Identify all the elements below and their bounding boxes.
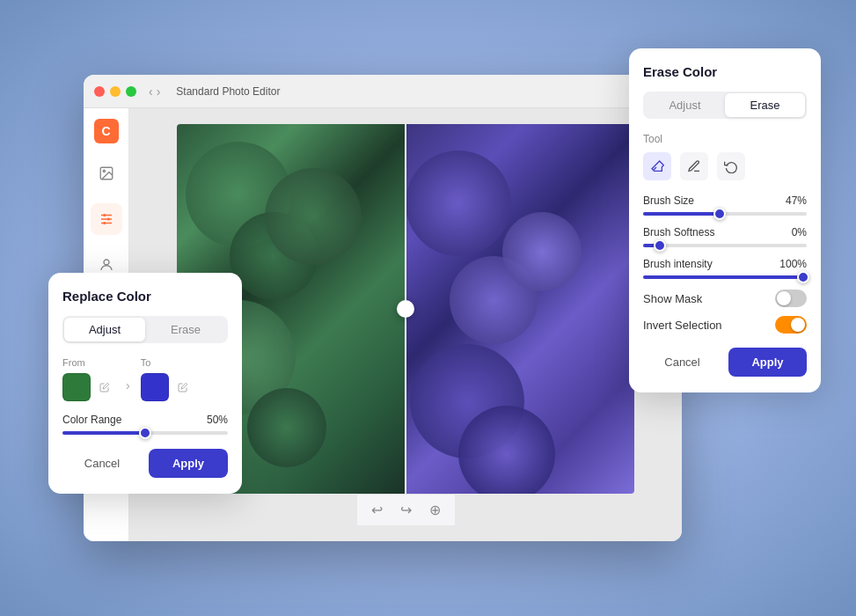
brush-intensity-value: 100% [779, 258, 807, 270]
close-button[interactable] [94, 86, 105, 97]
from-color-edit-icon[interactable] [94, 377, 115, 398]
replace-tab-erase[interactable]: Erase [145, 318, 226, 341]
sidebar-item-image[interactable] [91, 158, 122, 189]
to-label: To [141, 357, 194, 368]
tool-section-label: Tool [643, 133, 807, 145]
brush-size-track[interactable] [643, 212, 807, 216]
invert-selection-row: Invert Selection [643, 316, 807, 334]
arrow-right-icon: › [126, 378, 130, 392]
color-range-value: 50% [207, 414, 228, 426]
title-bar: ‹ › Standard Photo Editor [84, 75, 682, 108]
show-mask-row: Show Mask [643, 290, 807, 307]
reset-tool-icon[interactable] [717, 152, 745, 180]
from-color-group: From [62, 357, 115, 401]
color-range-track[interactable] [62, 431, 228, 435]
brush-softness-slider-row: Brush Softness 0% [643, 226, 807, 247]
brush-softness-thumb [654, 239, 666, 252]
layers-icon[interactable]: ⊕ [429, 502, 441, 518]
photo-canvas[interactable] [177, 124, 634, 494]
app-title: Standard Photo Editor [176, 85, 280, 98]
show-mask-label: Show Mask [643, 292, 702, 305]
brush-softness-track[interactable] [643, 244, 807, 247]
erase-cancel-button[interactable]: Cancel [643, 348, 721, 377]
brush-size-label: Brush Size [643, 194, 694, 207]
to-swatch-row [141, 373, 194, 401]
eraser-tool-icon[interactable] [643, 152, 671, 180]
erase-tab-adjust[interactable]: Adjust [645, 93, 725, 117]
invert-selection-toggle[interactable] [775, 316, 807, 334]
canvas-bottom-bar: ↩ ↪ ⊕ [357, 494, 455, 525]
brush-softness-label: Brush Softness [643, 226, 714, 238]
brush-intensity-track[interactable] [643, 275, 807, 279]
svg-point-7 [103, 222, 106, 224]
from-swatch-row [62, 373, 115, 401]
brush-intensity-fill [643, 275, 803, 279]
svg-point-5 [103, 214, 106, 216]
replace-panel: Replace Color Adjust Erase From [48, 273, 242, 494]
brush-softness-value: 0% [792, 226, 807, 238]
to-color-swatch[interactable] [141, 373, 169, 401]
nav-forward-icon[interactable]: › [157, 84, 161, 99]
nav-back-icon[interactable]: ‹ [149, 84, 153, 99]
to-color-edit-icon[interactable] [172, 377, 194, 398]
brush-size-value: 47% [786, 194, 807, 207]
color-from-to-row: From › To [62, 357, 228, 401]
show-mask-knob [777, 291, 791, 305]
tool-row [643, 152, 807, 180]
brush-size-slider-row: Brush Size 47% [643, 194, 807, 216]
photo-right-half [406, 124, 634, 494]
brush-intensity-thumb [797, 271, 809, 283]
brush-intensity-label: Brush intensity [643, 258, 713, 270]
undo-icon[interactable]: ↩ [371, 502, 383, 518]
divider-handle[interactable] [397, 300, 414, 318]
svg-point-8 [104, 260, 109, 265]
erase-tab-row: Adjust Erase [643, 92, 807, 119]
color-range-label: Color Range [62, 414, 121, 426]
color-range-fill [62, 431, 145, 435]
nav-controls: ‹ › [149, 84, 160, 99]
invert-selection-label: Invert Selection [643, 319, 722, 332]
svg-point-6 [106, 218, 109, 221]
pen-tool-icon[interactable] [680, 152, 708, 180]
minimize-button[interactable] [110, 86, 121, 97]
to-color-group: To [141, 357, 194, 401]
replace-panel-actions: Cancel Apply [62, 449, 228, 478]
erase-panel-actions: Cancel Apply [643, 348, 807, 377]
color-range-slider-row: Color Range 50% [62, 414, 228, 435]
from-label: From [62, 357, 115, 368]
erase-panel: Erase Color Adjust Erase Tool [629, 48, 821, 392]
svg-point-1 [103, 170, 105, 172]
brush-size-thumb [713, 208, 726, 220]
maximize-button[interactable] [126, 86, 136, 97]
replace-tab-adjust[interactable]: Adjust [64, 318, 145, 341]
brush-intensity-slider-row: Brush intensity 100% [643, 258, 807, 279]
redo-icon[interactable]: ↪ [400, 502, 412, 518]
replace-cancel-button[interactable]: Cancel [62, 449, 142, 478]
show-mask-toggle[interactable] [775, 290, 807, 307]
erase-tab-erase[interactable]: Erase [725, 93, 805, 117]
replace-tab-row: Adjust Erase [62, 316, 228, 343]
from-color-swatch[interactable] [62, 373, 91, 401]
replace-apply-button[interactable]: Apply [149, 449, 228, 478]
sidebar-item-adjust[interactable] [91, 203, 122, 235]
brush-size-fill [643, 212, 720, 216]
invert-selection-knob [791, 318, 805, 332]
color-range-thumb [139, 427, 151, 439]
replace-panel-title: Replace Color [62, 289, 228, 304]
erase-apply-button[interactable]: Apply [728, 348, 807, 377]
erase-panel-title: Erase Color [643, 64, 807, 79]
app-logo: C [94, 119, 119, 143]
